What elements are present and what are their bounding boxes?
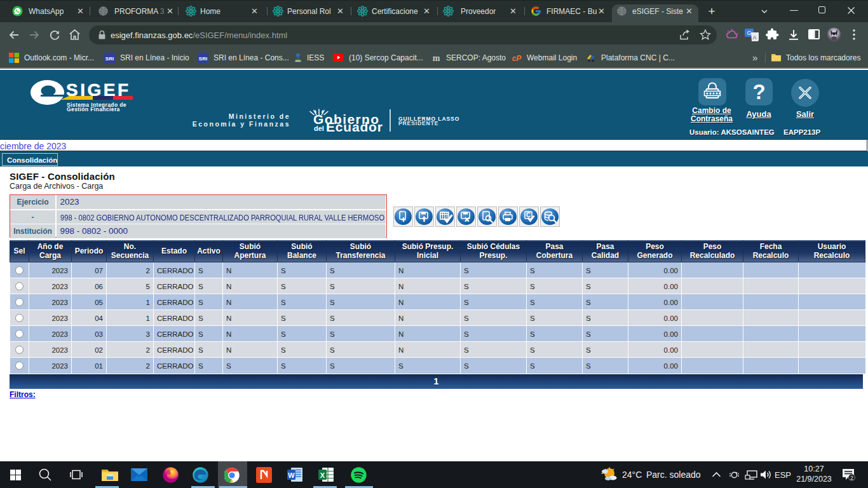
svg-text:X: X — [320, 471, 325, 479]
svg-text:W: W — [288, 471, 295, 479]
svg-text:2: 2 — [850, 475, 853, 481]
svg-text:SRI: SRI — [199, 56, 207, 62]
svg-text:m: m — [433, 53, 440, 63]
svg-text:G: G — [747, 30, 751, 36]
svg-text:SRI: SRI — [105, 56, 114, 62]
svg-text:C: C — [526, 212, 531, 219]
svg-text:cP: cP — [512, 54, 522, 63]
svg-text:A: A — [752, 34, 756, 41]
